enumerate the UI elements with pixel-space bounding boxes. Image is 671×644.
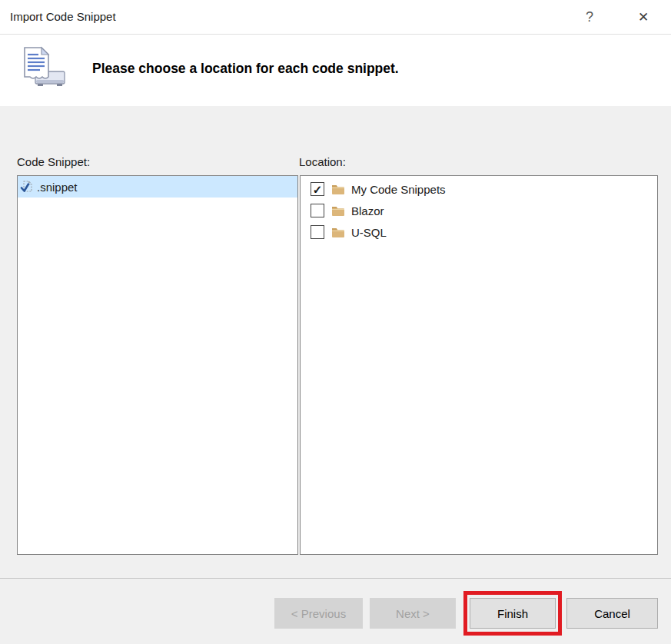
location-checkbox[interactable]: ✓ bbox=[311, 182, 324, 196]
location-name: Blazor bbox=[351, 204, 384, 217]
title-bar: Import Code Snippet ? ✕ bbox=[0, 0, 671, 35]
location-list-item[interactable]: U-SQL bbox=[301, 221, 657, 243]
location-name: U-SQL bbox=[351, 226, 387, 239]
help-button[interactable]: ? bbox=[576, 0, 603, 34]
banner: Please choose a location for each code s… bbox=[0, 35, 671, 106]
folder-icon bbox=[331, 205, 345, 217]
code-snippet-label: Code Snippet: bbox=[17, 155, 90, 168]
banner-message: Please choose a location for each code s… bbox=[92, 35, 399, 101]
folder-icon bbox=[331, 227, 345, 238]
snippet-file-icon bbox=[20, 180, 35, 194]
close-icon: ✕ bbox=[638, 9, 649, 25]
window-title: Import Code Snippet bbox=[10, 0, 116, 34]
checkmark-icon: ✓ bbox=[313, 184, 323, 195]
folder-icon bbox=[331, 184, 345, 195]
previous-button: < Previous bbox=[274, 598, 363, 629]
import-code-snippet-icon bbox=[17, 43, 68, 94]
content-area: Code Snippet: Location: .snippet ✓ bbox=[0, 106, 671, 578]
snippet-list-item[interactable]: .snippet bbox=[18, 176, 297, 198]
finish-button[interactable]: Finish bbox=[470, 598, 556, 629]
close-button[interactable]: ✕ bbox=[630, 0, 656, 34]
help-icon: ? bbox=[586, 9, 593, 25]
location-name: My Code Snippets bbox=[351, 183, 446, 196]
location-checkbox[interactable] bbox=[311, 204, 324, 217]
finish-annotation-highlight: Finish bbox=[463, 591, 562, 636]
footer: < Previous Next > Finish Cancel bbox=[0, 578, 671, 644]
location-list-item[interactable]: ✓ My Code Snippets bbox=[301, 178, 657, 200]
location-list[interactable]: ✓ My Code Snippets bbox=[300, 175, 658, 555]
location-list-item[interactable]: Blazor bbox=[301, 200, 657, 221]
location-label: Location: bbox=[299, 155, 346, 168]
snippet-name: .snippet bbox=[37, 181, 78, 194]
code-snippet-list[interactable]: .snippet bbox=[17, 175, 298, 555]
cancel-button[interactable]: Cancel bbox=[566, 598, 658, 629]
next-button: Next > bbox=[370, 598, 456, 629]
location-checkbox[interactable] bbox=[311, 225, 324, 239]
